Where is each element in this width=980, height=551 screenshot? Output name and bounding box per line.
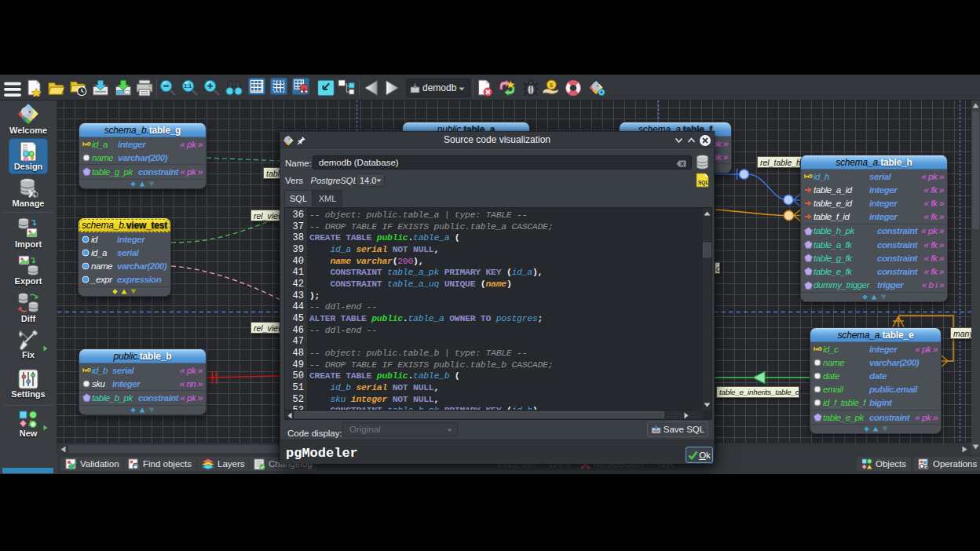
svg-text:1:1: 1:1 xyxy=(184,83,192,89)
svg-text:SQL: SQL xyxy=(698,180,708,186)
svg-text:$: $ xyxy=(550,82,554,89)
